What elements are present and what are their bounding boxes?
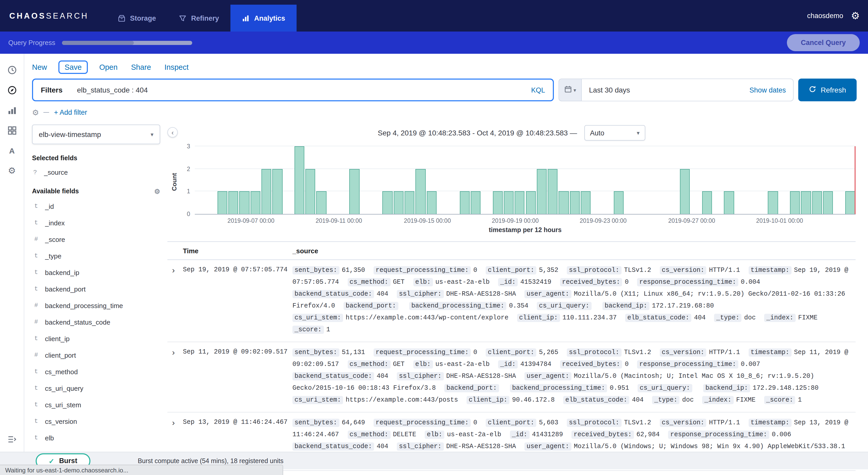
date-range-value[interactable]: Last 30 days <box>589 86 630 94</box>
open-link[interactable]: Open <box>99 63 118 71</box>
histogram-bar[interactable] <box>240 191 250 214</box>
field-key: ssl_protocol: <box>567 348 621 357</box>
histogram-bar[interactable] <box>394 191 404 214</box>
field-name: cs_uri_stem <box>45 401 81 409</box>
doc-table: Time _source ›Sep 19, 2019 @ 07:57:05.77… <box>167 241 856 471</box>
histogram-bar[interactable] <box>416 169 426 214</box>
field-item-cs_version[interactable]: tcs_version <box>32 413 160 429</box>
histogram-bar[interactable] <box>471 191 481 214</box>
histogram-bar[interactable] <box>812 191 822 214</box>
collapse-menu-icon[interactable] <box>6 434 18 445</box>
histogram-bar[interactable] <box>382 191 393 214</box>
query-input[interactable] <box>76 85 531 95</box>
histogram-bar[interactable] <box>559 191 569 214</box>
field-item-_index[interactable]: t_index <box>32 214 160 231</box>
source-column-header[interactable]: _source <box>292 247 856 255</box>
histogram-bar[interactable] <box>548 169 558 214</box>
field-value: HTTP/1.1 <box>709 419 740 426</box>
field-item-backend_port[interactable]: tbackend_port <box>32 281 160 297</box>
dashboard-grid-icon[interactable] <box>6 124 18 136</box>
filter-options-gear-icon[interactable]: ⚙ <box>32 108 39 116</box>
histogram-bar[interactable] <box>702 191 712 214</box>
filters-label[interactable]: Filters <box>41 86 63 94</box>
field-key: elb: <box>413 360 433 368</box>
management-gear-icon[interactable]: ⚙ <box>6 165 18 176</box>
x-axis: 2019-09-07 00:002019-09-11 00:002019-09-… <box>195 214 856 226</box>
histogram-bar[interactable] <box>570 191 580 214</box>
histogram-bar[interactable] <box>768 191 778 214</box>
date-range-control[interactable]: Last 30 days Show dates <box>581 79 794 101</box>
tab-storage[interactable]: Storage <box>106 5 167 32</box>
expand-row-button[interactable]: › <box>167 347 183 406</box>
histogram-bar[interactable] <box>493 191 503 214</box>
field-item-cs_method[interactable]: tcs_method <box>32 363 160 380</box>
field-item-client_port[interactable]: #client_port <box>32 347 160 363</box>
field-item-_type[interactable]: t_type <box>32 247 160 264</box>
histogram-bar[interactable] <box>460 191 470 214</box>
new-link[interactable]: New <box>32 63 47 71</box>
histogram-bar[interactable] <box>680 169 690 214</box>
field-item-client_ip[interactable]: tclient_ip <box>32 330 160 347</box>
histogram-bar[interactable] <box>250 191 260 214</box>
histogram-bar[interactable] <box>427 191 437 214</box>
histogram-bar[interactable] <box>272 169 282 214</box>
collapse-chart-button[interactable]: ‹ <box>167 127 178 138</box>
share-link[interactable]: Share <box>131 63 151 71</box>
history-clock-icon[interactable] <box>6 64 18 76</box>
field-settings-gear-icon[interactable]: ⚙ <box>154 188 160 195</box>
field-value: doc <box>744 314 755 322</box>
expand-row-button[interactable]: › <box>167 265 183 336</box>
histogram-bar[interactable] <box>526 191 536 214</box>
cancel-query-button[interactable]: Cancel Query <box>787 34 860 51</box>
histogram-bar[interactable] <box>614 191 624 214</box>
date-picker-button[interactable]: ▾ <box>559 79 581 101</box>
visualize-chart-icon[interactable] <box>6 105 18 116</box>
histogram-bar[interactable] <box>217 191 227 214</box>
field-item-_source[interactable]: ? _source <box>32 169 160 176</box>
time-column-header[interactable]: Time <box>183 247 292 255</box>
index-pattern-select[interactable]: elb-view-timestamp ▾ <box>32 124 160 144</box>
settings-gear-icon[interactable]: ⚙ <box>851 11 860 21</box>
discover-compass-icon[interactable] <box>6 84 18 96</box>
field-value: 0.007 <box>741 361 760 368</box>
save-link[interactable]: Save <box>58 60 88 74</box>
apps-a-icon[interactable]: A <box>6 145 18 156</box>
histogram-bar[interactable] <box>581 191 591 214</box>
field-item-backend_ip[interactable]: tbackend_ip <box>32 264 160 281</box>
refresh-button[interactable]: Refresh <box>798 79 857 101</box>
field-key: sent_bytes: <box>292 348 339 357</box>
histogram-bar[interactable] <box>305 169 315 214</box>
histogram-bar[interactable] <box>537 169 547 214</box>
field-item-backend_processing_time[interactable]: #backend_processing_time <box>32 297 160 314</box>
tab-analytics[interactable]: Analytics <box>230 5 297 32</box>
field-item-_score[interactable]: #_score <box>32 231 160 247</box>
user-name[interactable]: chaosdemo <box>807 12 843 20</box>
interval-select[interactable]: Auto ▾ <box>584 125 645 141</box>
inspect-link[interactable]: Inspect <box>164 63 189 71</box>
kql-toggle[interactable]: KQL <box>531 86 545 94</box>
field-item-_id[interactable]: t_id <box>32 198 160 214</box>
tab-refinery[interactable]: Refinery <box>167 5 230 32</box>
histogram-bar[interactable] <box>504 191 514 214</box>
field-item-elb[interactable]: telb <box>32 429 160 446</box>
histogram-bar[interactable] <box>294 146 305 214</box>
fields-sidebar: elb-view-timestamp ▾ Selected fields ? _… <box>32 124 167 471</box>
field-item-backend_status_code[interactable]: #backend_status_code <box>32 314 160 330</box>
histogram-bar[interactable] <box>724 191 734 214</box>
field-item-cs_uri_query[interactable]: tcs_uri_query <box>32 380 160 396</box>
histogram-bar[interactable] <box>261 169 272 214</box>
field-item-cs_uri_stem[interactable]: tcs_uri_stem <box>32 396 160 413</box>
histogram-bar[interactable] <box>801 191 811 214</box>
histogram-bar[interactable] <box>845 191 855 214</box>
show-dates-link[interactable]: Show dates <box>749 86 786 94</box>
histogram-bar[interactable] <box>349 169 360 214</box>
field-key: _type: <box>714 314 741 322</box>
histogram-bar[interactable] <box>515 191 525 214</box>
histogram-bar[interactable] <box>823 191 833 214</box>
add-filter-link[interactable]: + Add filter <box>54 108 87 116</box>
histogram-bar[interactable] <box>228 191 239 214</box>
histogram-bar[interactable] <box>405 191 414 214</box>
histogram-bar[interactable] <box>316 191 327 214</box>
histogram-bar[interactable] <box>790 191 800 214</box>
available-fields-list: t_idt_index#_scoret_typetbackend_iptback… <box>32 198 160 446</box>
